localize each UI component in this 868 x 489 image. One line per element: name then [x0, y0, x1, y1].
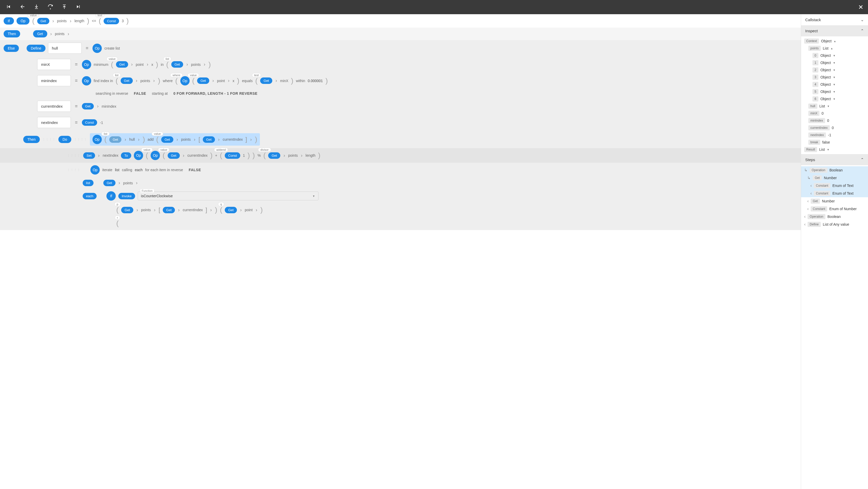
- set-pill[interactable]: Set: [83, 152, 95, 159]
- inspect-row[interactable]: breakfalse: [801, 139, 868, 146]
- step-kind: Constant: [814, 191, 830, 196]
- inspect-row[interactable]: 2Object▼: [801, 66, 868, 73]
- then-pill[interactable]: Then: [23, 136, 40, 143]
- then-pill[interactable]: Then: [4, 30, 20, 37]
- inspect-row[interactable]: minX0: [801, 110, 868, 117]
- inspect-type: 0: [822, 111, 824, 116]
- get-pill[interactable]: Get: [103, 180, 116, 186]
- function-dropdown[interactable]: Function isCounterClockwise ▼: [138, 192, 318, 200]
- step-row[interactable]: ‹ConstantEnum of Number: [801, 205, 868, 213]
- var-currentindex[interactable]: currentIndex: [37, 101, 71, 112]
- inspect-row[interactable]: 3Object▼: [801, 73, 868, 81]
- inspect-key: hull: [808, 103, 817, 109]
- step-row[interactable]: ‹OperationBoolean: [801, 213, 868, 221]
- get-pill[interactable]: Get: [82, 103, 94, 109]
- step-row[interactable]: ↳OperationBoolean: [801, 166, 868, 174]
- list-pill[interactable]: list: [83, 180, 94, 186]
- caret-up-icon: ▲: [831, 47, 833, 50]
- get-pill[interactable]: Get: [203, 136, 215, 143]
- chevron-right-icon: ›: [153, 207, 156, 213]
- do-pill[interactable]: Do: [58, 136, 71, 143]
- op-pill[interactable]: Op: [180, 76, 190, 86]
- op-pill[interactable]: Op: [90, 165, 100, 174]
- points-label: points: [141, 208, 151, 212]
- inspect-row[interactable]: 5Object▼: [801, 88, 868, 95]
- get-pill[interactable]: Get: [225, 207, 237, 213]
- step-row[interactable]: ‹ConstantEnum of Text: [801, 182, 868, 190]
- op-pill[interactable]: Op: [17, 17, 30, 25]
- chevron-right-icon: ›: [124, 137, 127, 142]
- fast-forward-icon[interactable]: [74, 3, 82, 11]
- inspect-row[interactable]: 0Object▼: [801, 52, 868, 59]
- if-pill[interactable]: If: [106, 191, 116, 201]
- step-row[interactable]: ‹GetNumber: [801, 197, 868, 205]
- inspect-row[interactable]: hullList▼: [801, 102, 868, 110]
- op-pill[interactable]: Op: [134, 151, 143, 160]
- inspect-row[interactable]: ResultList▼: [801, 146, 868, 153]
- get-pill[interactable]: Get: [116, 61, 128, 68]
- get-pill[interactable]: Get: [121, 207, 133, 213]
- rewind-icon[interactable]: [5, 3, 12, 11]
- get-pill[interactable]: Get: [121, 77, 133, 84]
- each-pill[interactable]: each: [83, 193, 97, 199]
- drag-handle[interactable]: ⋮⋮⋮⋮: [42, 138, 56, 141]
- chevron-up-icon: ⌃: [861, 157, 864, 162]
- inspect-row[interactable]: ContextObject▲: [801, 37, 868, 45]
- op-pill[interactable]: Op: [92, 135, 102, 144]
- op-pill[interactable]: Op: [82, 60, 91, 69]
- var-minindex[interactable]: minIndex: [37, 75, 71, 86]
- value-tag: value: [28, 14, 39, 17]
- if-pill[interactable]: If: [4, 17, 14, 25]
- back-arrow-icon[interactable]: [19, 3, 26, 11]
- var-hull[interactable]: hull: [48, 42, 82, 54]
- get-pill[interactable]: Get: [171, 61, 183, 68]
- get-pill[interactable]: Get: [109, 136, 121, 143]
- step-row[interactable]: ↳GetNumber: [801, 174, 868, 182]
- step-kind: Constant: [814, 183, 830, 188]
- chevron-left-icon: ‹: [807, 206, 809, 211]
- step-row[interactable]: ‹ConstantEnum of Text: [801, 190, 868, 197]
- drag-handle[interactable]: ⋮⋮⋮⋮: [67, 168, 81, 172]
- drag-handle[interactable]: ⋮⋮⋮⋮: [74, 138, 87, 141]
- inspect-row[interactable]: nextIndex-1: [801, 131, 868, 139]
- get-pill[interactable]: Get: [163, 207, 175, 213]
- inspect-row[interactable]: 4Object▼: [801, 81, 868, 88]
- get-pill[interactable]: Get: [268, 152, 280, 159]
- close-icon[interactable]: ✕: [858, 4, 863, 11]
- inspect-row[interactable]: currentIndex0: [801, 124, 868, 131]
- get-pill[interactable]: Get: [37, 18, 49, 24]
- else-pill[interactable]: Else: [4, 45, 19, 52]
- get-pill[interactable]: Get: [260, 77, 272, 84]
- step-over-icon[interactable]: [46, 3, 54, 11]
- item-tag: value: [152, 132, 163, 136]
- const-pill[interactable]: Const: [225, 152, 240, 159]
- to-pill[interactable]: To: [121, 152, 131, 159]
- var-nextindex[interactable]: nextIndex: [37, 117, 71, 128]
- step-kind: Operation: [808, 214, 826, 219]
- inspect-row[interactable]: minIndex0: [801, 117, 868, 124]
- divisor-tag: divisor: [258, 148, 271, 152]
- step-into-icon[interactable]: [33, 3, 40, 11]
- op-pill[interactable]: Op: [92, 44, 102, 53]
- get-pill[interactable]: Get: [168, 152, 180, 159]
- const-pill[interactable]: Const: [82, 119, 97, 126]
- inspect-row[interactable]: 1Object▼: [801, 59, 868, 66]
- step-row[interactable]: ‹DefineList of Any value: [801, 221, 868, 228]
- define-pill[interactable]: Define: [27, 45, 45, 52]
- currentindex-ref: currentIndex: [183, 208, 203, 212]
- invoke-pill[interactable]: Invoke: [118, 193, 135, 199]
- drag-handle[interactable]: ⋮⋮⋮⋮: [67, 154, 81, 157]
- get-pill[interactable]: Get: [33, 30, 47, 37]
- inspect-row[interactable]: 6Object▼: [801, 95, 868, 102]
- var-minx[interactable]: minX: [37, 59, 71, 70]
- op-pill[interactable]: Op: [82, 76, 91, 86]
- inspect-row[interactable]: pointsList▲: [801, 45, 868, 52]
- get-pill[interactable]: Get: [197, 77, 209, 84]
- op-pill[interactable]: Op: [151, 151, 160, 160]
- const-pill[interactable]: Const: [103, 18, 119, 24]
- steps-header[interactable]: Steps ⌃: [801, 154, 868, 165]
- step-out-icon[interactable]: [60, 3, 68, 11]
- get-pill[interactable]: Get: [161, 136, 173, 143]
- inspect-header[interactable]: Inspect ⌃: [801, 25, 868, 36]
- callstack-header[interactable]: Callstack ⌄: [801, 14, 868, 25]
